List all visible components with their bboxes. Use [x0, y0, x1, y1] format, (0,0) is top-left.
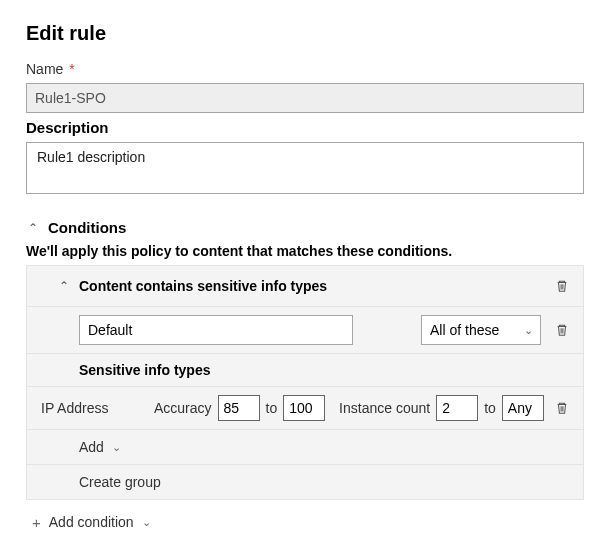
instance-max-input[interactable]: [502, 395, 544, 421]
trash-icon: [555, 279, 569, 293]
sit-name: IP Address: [37, 400, 148, 416]
plus-icon: +: [32, 515, 41, 530]
delete-group-icon[interactable]: [551, 319, 573, 341]
description-label: Description: [26, 119, 109, 136]
add-label: Add: [79, 439, 104, 455]
group-name-input[interactable]: [79, 315, 353, 345]
description-input[interactable]: Rule1 description: [26, 142, 584, 194]
trash-icon: [555, 323, 569, 337]
condition-group-toggle[interactable]: ⌃ Content contains sensitive info types: [57, 278, 551, 294]
conditions-toggle[interactable]: ⌃ Conditions: [26, 219, 584, 236]
chevron-down-icon: ⌄: [142, 516, 151, 529]
chevron-up-icon: ⌃: [26, 222, 40, 234]
create-group-button[interactable]: Create group: [27, 465, 583, 499]
instance-count-label: Instance count: [339, 400, 430, 416]
instance-min-input[interactable]: [436, 395, 478, 421]
condition-group: ⌃ Content contains sensitive info types …: [26, 265, 584, 500]
accuracy-label: Accuracy: [154, 400, 212, 416]
condition-group-title: Content contains sensitive info types: [79, 278, 327, 294]
chevron-down-icon: ⌄: [112, 441, 121, 454]
trash-icon: [555, 401, 569, 415]
page-title: Edit rule: [26, 22, 584, 45]
add-condition-button[interactable]: + Add condition ⌄: [32, 514, 151, 530]
sensitive-info-type-row: IP Address Accuracy to Instance count to: [27, 387, 583, 430]
chevron-up-icon: ⌃: [57, 280, 71, 292]
accuracy-min-input[interactable]: [218, 395, 260, 421]
conditions-header: Conditions: [48, 219, 126, 236]
name-input[interactable]: [26, 83, 584, 113]
to-label: to: [266, 400, 278, 416]
match-scope-select[interactable]: All of these Any of these: [421, 315, 541, 345]
accuracy-max-input[interactable]: [283, 395, 325, 421]
conditions-subtitle: We'll apply this policy to content that …: [26, 243, 584, 259]
sensitive-info-types-header: Sensitive info types: [27, 354, 583, 387]
required-icon: *: [69, 61, 74, 77]
add-sit-button[interactable]: Add ⌄: [27, 430, 583, 465]
delete-condition-icon[interactable]: [551, 275, 573, 297]
name-label: Name: [26, 61, 63, 77]
to-label-2: to: [484, 400, 496, 416]
add-condition-label: Add condition: [49, 514, 134, 530]
create-group-label: Create group: [79, 474, 161, 490]
delete-sit-icon[interactable]: [552, 397, 573, 419]
